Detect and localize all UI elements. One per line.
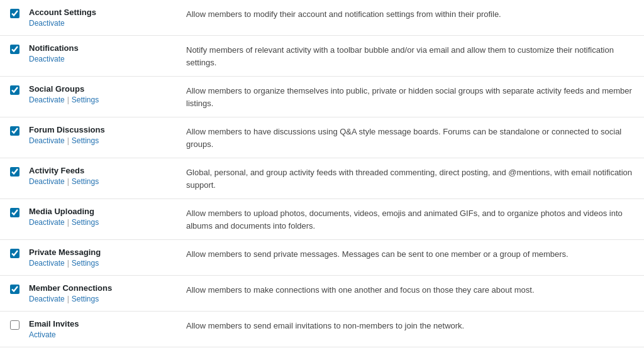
- action-deactivate-activity-feeds[interactable]: Deactivate: [29, 177, 65, 186]
- component-name-forum-discussions: Forum Discussions: [29, 125, 186, 134]
- checkbox-col-notifications: [10, 43, 29, 56]
- action-deactivate-account-settings[interactable]: Deactivate: [29, 19, 65, 28]
- action-settings-private-messaging[interactable]: Settings: [72, 259, 99, 268]
- checkbox-col-social-groups: [10, 84, 29, 97]
- separator-member-connections: |: [67, 295, 69, 303]
- checkbox-col-media-uploading: [10, 207, 29, 219]
- component-name-notifications: Notifications: [29, 43, 186, 53]
- separator-social-groups: |: [67, 95, 69, 104]
- component-actions-account-settings: Deactivate: [29, 19, 186, 28]
- info-col-media-uploading: Media UploadingDeactivate|Settings: [29, 207, 186, 227]
- action-settings-member-connections[interactable]: Settings: [72, 295, 99, 303]
- checkbox-account-settings[interactable]: [10, 9, 19, 18]
- checkbox-col-private-messaging: [10, 247, 29, 260]
- component-row-notifications: NotificationsDeactivateNotify members of…: [0, 36, 644, 77]
- desc-media-uploading: Allow members to upload photos, document…: [186, 207, 634, 232]
- component-row-member-connections: Member ConnectionsDeactivate|SettingsAll…: [0, 276, 644, 312]
- component-row-activity-feeds: Activity FeedsDeactivate|SettingsGlobal,…: [0, 158, 644, 199]
- component-actions-activity-feeds: Deactivate|Settings: [29, 177, 186, 186]
- checkbox-media-uploading[interactable]: [10, 208, 19, 217]
- action-deactivate-private-messaging[interactable]: Deactivate: [29, 259, 65, 268]
- component-actions-media-uploading: Deactivate|Settings: [29, 218, 186, 227]
- info-col-account-settings: Account SettingsDeactivate: [29, 8, 186, 28]
- checkbox-forum-discussions[interactable]: [10, 126, 19, 136]
- info-col-email-invites: Email InvitesActivate: [29, 319, 186, 339]
- info-col-private-messaging: Private MessagingDeactivate|Settings: [29, 247, 186, 268]
- desc-account-settings: Allow members to modify their account an…: [186, 8, 634, 21]
- separator-activity-feeds: |: [67, 177, 69, 186]
- checkbox-col-email-invites: [10, 319, 29, 332]
- action-settings-media-uploading[interactable]: Settings: [72, 218, 99, 227]
- component-actions-forum-discussions: Deactivate|Settings: [29, 136, 186, 145]
- separator-media-uploading: |: [67, 218, 69, 227]
- action-activate-email-invites[interactable]: Activate: [29, 330, 56, 339]
- component-row-social-groups: Social GroupsDeactivate|SettingsAllow me…: [0, 77, 644, 117]
- component-list: Account SettingsDeactivateAllow members …: [0, 0, 644, 353]
- desc-member-connections: Allow members to make connections with o…: [186, 283, 634, 296]
- action-deactivate-member-connections[interactable]: Deactivate: [29, 295, 65, 303]
- component-name-account-settings: Account Settings: [29, 8, 186, 17]
- component-name-email-invites: Email Invites: [29, 319, 186, 329]
- desc-forum-discussions: Allow members to have discussions using …: [186, 125, 634, 150]
- checkbox-social-groups[interactable]: [10, 85, 19, 95]
- checkbox-col-account-settings: [10, 8, 29, 20]
- component-row-account-settings: Account SettingsDeactivateAllow members …: [0, 0, 644, 36]
- action-deactivate-forum-discussions[interactable]: Deactivate: [29, 136, 65, 145]
- component-actions-member-connections: Deactivate|Settings: [29, 295, 186, 303]
- component-name-social-groups: Social Groups: [29, 84, 186, 94]
- info-col-social-groups: Social GroupsDeactivate|Settings: [29, 84, 186, 104]
- info-col-activity-feeds: Activity FeedsDeactivate|Settings: [29, 166, 186, 186]
- component-name-activity-feeds: Activity Feeds: [29, 166, 186, 175]
- info-col-notifications: NotificationsDeactivate: [29, 43, 186, 63]
- checkbox-col-member-connections: [10, 283, 29, 296]
- checkbox-email-invites[interactable]: [10, 320, 19, 330]
- info-col-member-connections: Member ConnectionsDeactivate|Settings: [29, 283, 186, 303]
- component-row-media-uploading: Media UploadingDeactivate|SettingsAllow …: [0, 199, 644, 240]
- info-col-forum-discussions: Forum DiscussionsDeactivate|Settings: [29, 125, 186, 145]
- desc-private-messaging: Allow members to send private messages. …: [186, 247, 634, 261]
- desc-email-invites: Allow members to send email invitations …: [186, 319, 634, 332]
- separator-forum-discussions: |: [67, 136, 69, 145]
- checkbox-col-forum-discussions: [10, 125, 29, 138]
- desc-notifications: Notify members of relevant activity with…: [186, 43, 634, 68]
- checkbox-col-activity-feeds: [10, 166, 29, 178]
- action-deactivate-social-groups[interactable]: Deactivate: [29, 95, 65, 104]
- component-name-private-messaging: Private Messaging: [29, 247, 186, 257]
- checkbox-private-messaging[interactable]: [10, 249, 19, 258]
- desc-activity-feeds: Global, personal, and group activity fee…: [186, 166, 634, 191]
- checkbox-activity-feeds[interactable]: [10, 167, 19, 176]
- component-name-media-uploading: Media Uploading: [29, 207, 186, 216]
- checkbox-member-connections[interactable]: [10, 285, 19, 294]
- component-row-moderation: ModerationDeactivate|SettingsAllow membe…: [0, 347, 644, 353]
- checkbox-notifications[interactable]: [10, 45, 19, 54]
- component-row-forum-discussions: Forum DiscussionsDeactivate|SettingsAllo…: [0, 117, 644, 158]
- action-deactivate-media-uploading[interactable]: Deactivate: [29, 218, 65, 227]
- action-settings-forum-discussions[interactable]: Settings: [72, 136, 99, 145]
- component-actions-email-invites: Activate: [29, 330, 186, 339]
- component-row-private-messaging: Private MessagingDeactivate|SettingsAllo…: [0, 240, 644, 276]
- component-name-member-connections: Member Connections: [29, 283, 186, 293]
- component-actions-notifications: Deactivate: [29, 55, 186, 63]
- component-row-email-invites: Email InvitesActivateAllow members to se…: [0, 312, 644, 347]
- separator-private-messaging: |: [67, 259, 69, 268]
- desc-social-groups: Allow members to organize themselves int…: [186, 84, 634, 109]
- action-settings-activity-feeds[interactable]: Settings: [72, 177, 99, 186]
- component-actions-private-messaging: Deactivate|Settings: [29, 259, 186, 268]
- action-deactivate-notifications[interactable]: Deactivate: [29, 55, 65, 63]
- component-actions-social-groups: Deactivate|Settings: [29, 95, 186, 104]
- action-settings-social-groups[interactable]: Settings: [72, 95, 99, 104]
